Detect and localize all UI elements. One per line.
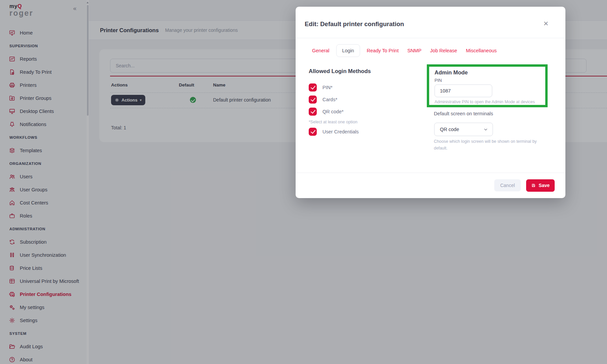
save-icon <box>531 183 536 188</box>
default-screen-select[interactable]: QR code <box>434 123 493 136</box>
modal-footer: Cancel Save <box>296 173 565 198</box>
tab-job-release[interactable]: Job Release <box>426 45 462 57</box>
admin-mode-heading: Admin Mode <box>435 69 541 76</box>
checkbox-checked-icon[interactable] <box>309 96 317 104</box>
default-screen-helper: Choose which login screen will be shown … <box>434 138 551 152</box>
chevron-down-icon <box>483 127 488 132</box>
tab-snmp[interactable]: SNMP <box>403 45 426 57</box>
tab-miscellaneous[interactable]: Miscellaneous <box>461 45 501 57</box>
login-method-cards[interactable]: Cards* <box>309 96 421 104</box>
tab-ready-to-print[interactable]: Ready To Print <box>362 45 403 57</box>
checkbox-checked-icon[interactable] <box>309 83 317 92</box>
login-method-label: User Credentials <box>322 129 359 134</box>
login-method-qr-code[interactable]: QR code* <box>309 108 421 116</box>
default-screen-label: Default screen on terminals <box>434 110 501 117</box>
default-screen-value: QR code <box>440 127 459 132</box>
pin-helper-text: Administrative PIN to open the Admin Mod… <box>435 100 541 104</box>
checkbox-checked-icon[interactable] <box>309 108 317 116</box>
login-method-user-credentials[interactable]: User Credentials <box>309 128 421 136</box>
admin-mode-highlight-box: Admin Mode PIN Administrative PIN to ope… <box>427 64 548 107</box>
close-button[interactable]: ✕ <box>541 19 551 28</box>
login-method-label: QR code* <box>322 109 344 114</box>
save-label: Save <box>539 183 550 188</box>
edit-printer-config-modal: Edit: Default printer configuration ✕ Ge… <box>296 7 565 198</box>
login-methods-list: PIN*Cards*QR code**Select at least one o… <box>309 83 421 136</box>
tab-login[interactable]: Login <box>336 44 360 57</box>
divider <box>296 38 565 38</box>
admin-pin-input[interactable] <box>435 84 492 97</box>
tab-general[interactable]: General <box>308 45 334 57</box>
app-root: myQ roger « HomeSUPERVISIONReportsReady … <box>0 0 607 364</box>
allowed-login-methods-heading: Allowed Login Methods <box>309 68 421 74</box>
save-button[interactable]: Save <box>526 179 555 192</box>
pin-label: PIN <box>435 78 541 83</box>
checkbox-checked-icon[interactable] <box>309 128 317 136</box>
cancel-button[interactable]: Cancel <box>494 179 521 191</box>
login-methods-note: *Select at least one option <box>309 120 421 124</box>
modal-title: Edit: Default printer configuration <box>305 20 404 28</box>
login-methods-section: Allowed Login Methods PIN*Cards*QR code*… <box>309 68 421 140</box>
modal-tabs: GeneralLoginReady To PrintSNMPJob Releas… <box>308 44 501 57</box>
login-method-label: Cards* <box>322 97 337 102</box>
close-icon: ✕ <box>543 20 549 27</box>
login-method-label: PIN* <box>322 85 333 90</box>
login-method-pin[interactable]: PIN* <box>309 83 421 92</box>
